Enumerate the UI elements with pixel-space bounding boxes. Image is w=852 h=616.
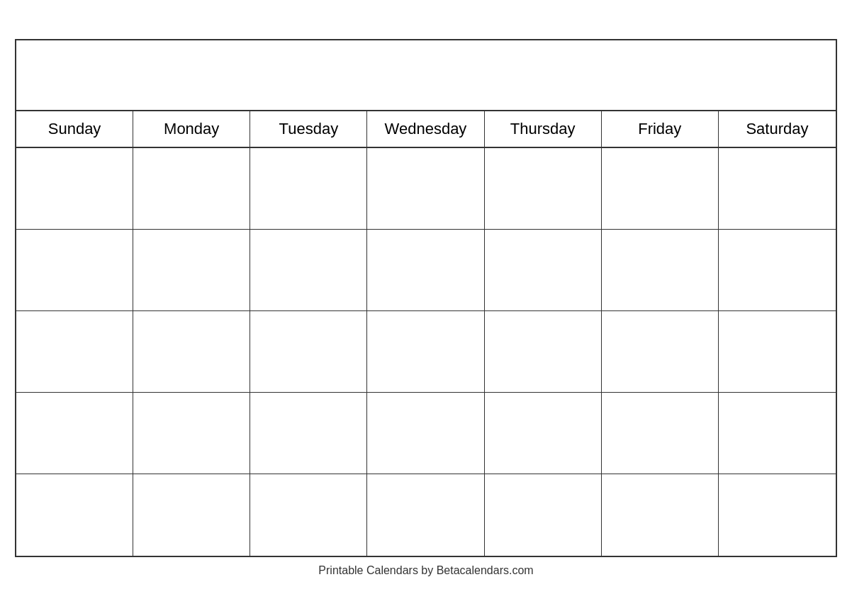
- calendar-wrapper: Sunday Monday Tuesday Wednesday Thursday…: [15, 39, 837, 577]
- cell-1-6[interactable]: [602, 148, 719, 229]
- header-wednesday: Wednesday: [367, 111, 484, 147]
- cell-2-5[interactable]: [485, 230, 602, 310]
- cell-1-3[interactable]: [250, 148, 367, 229]
- header-saturday: Saturday: [719, 111, 836, 147]
- cell-4-7[interactable]: [719, 393, 836, 474]
- cell-4-5[interactable]: [485, 393, 602, 474]
- cell-4-4[interactable]: [367, 393, 484, 474]
- cell-1-7[interactable]: [719, 148, 836, 229]
- cell-2-7[interactable]: [719, 230, 836, 310]
- cell-5-7[interactable]: [719, 474, 836, 556]
- header-friday: Friday: [602, 111, 719, 147]
- cell-5-3[interactable]: [250, 474, 367, 556]
- cell-3-7[interactable]: [719, 311, 836, 392]
- calendar-rows: [16, 148, 836, 556]
- cell-1-2[interactable]: [133, 148, 250, 229]
- cell-4-1[interactable]: [16, 393, 133, 474]
- calendar-row-5: [16, 474, 836, 556]
- calendar-grid: Sunday Monday Tuesday Wednesday Thursday…: [16, 111, 836, 556]
- cell-4-3[interactable]: [250, 393, 367, 474]
- cell-5-5[interactable]: [485, 474, 602, 556]
- calendar-footer: Printable Calendars by Betacalendars.com: [318, 564, 533, 577]
- cell-5-2[interactable]: [133, 474, 250, 556]
- calendar-container: Sunday Monday Tuesday Wednesday Thursday…: [15, 39, 837, 557]
- cell-3-3[interactable]: [250, 311, 367, 392]
- cell-5-4[interactable]: [367, 474, 484, 556]
- cell-2-3[interactable]: [250, 230, 367, 310]
- calendar-row-1: [16, 148, 836, 230]
- cell-4-6[interactable]: [602, 393, 719, 474]
- calendar-row-2: [16, 230, 836, 311]
- calendar-row-4: [16, 393, 836, 474]
- day-headers-row: Sunday Monday Tuesday Wednesday Thursday…: [16, 111, 836, 148]
- cell-2-6[interactable]: [602, 230, 719, 310]
- header-tuesday: Tuesday: [250, 111, 367, 147]
- cell-3-2[interactable]: [133, 311, 250, 392]
- cell-1-1[interactable]: [16, 148, 133, 229]
- cell-2-1[interactable]: [16, 230, 133, 310]
- cell-5-6[interactable]: [602, 474, 719, 556]
- header-sunday: Sunday: [16, 111, 133, 147]
- cell-2-2[interactable]: [133, 230, 250, 310]
- cell-3-6[interactable]: [602, 311, 719, 392]
- cell-5-1[interactable]: [16, 474, 133, 556]
- cell-4-2[interactable]: [133, 393, 250, 474]
- cell-3-4[interactable]: [367, 311, 484, 392]
- cell-2-4[interactable]: [367, 230, 484, 310]
- calendar-title-row: [16, 40, 836, 111]
- cell-1-5[interactable]: [485, 148, 602, 229]
- header-thursday: Thursday: [485, 111, 602, 147]
- header-monday: Monday: [133, 111, 250, 147]
- cell-3-1[interactable]: [16, 311, 133, 392]
- cell-1-4[interactable]: [367, 148, 484, 229]
- calendar-row-3: [16, 311, 836, 393]
- cell-3-5[interactable]: [485, 311, 602, 392]
